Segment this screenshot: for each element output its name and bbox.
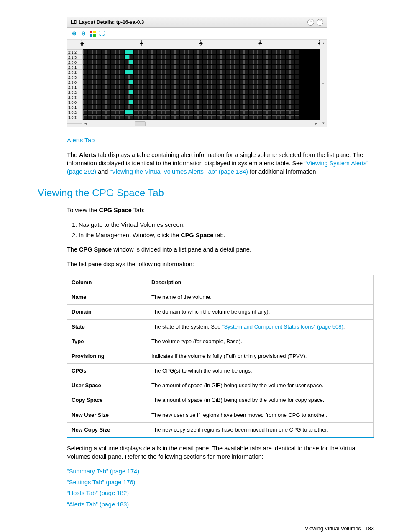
column-description: The amount of space (in GiB) being used … [147,378,374,393]
table-row: New Copy SizeThe new copy size if region… [67,422,374,437]
ld-row: 3:0:0 [67,100,320,105]
alerts-tab-paragraph: The Alerts tab displays a table containi… [67,151,374,176]
column-description: Indicates if the volume is fully (Full) … [147,349,374,363]
after-table-paragraph: Selecting a volume displays details in t… [67,444,374,461]
table-row: TypeThe volume type (for example, Base). [67,334,374,349]
zoom-in-icon[interactable]: ⊕ [71,30,77,37]
ld-row: 3:0:2 [67,110,320,115]
ld-titlebar: LD Layout Details: tp-16-sa-0.3 ˄ ˅ [67,17,327,28]
column-description: The volume type (for example, Base). [147,334,374,349]
cpg-window-desc: The CPG Space window is divided into a l… [67,245,374,254]
ld-row-label: 2:8:2 [67,69,83,75]
column-name: New User Size [67,408,147,422]
table-row: NameThe name of the volume. [67,290,374,305]
reference-link[interactable]: “Hosts Tab” (page 182) [67,490,129,496]
ld-row: 3:0:3 [67,115,320,120]
ld-row-label: 2:9:0 [67,80,83,85]
column-description: The domain to which the volume belongs (… [147,305,374,319]
collapse-down-icon[interactable]: ˅ [317,19,323,26]
ld-row-label: 3:0:0 [67,100,83,105]
ld-row-label: 3:0:2 [67,110,83,115]
ld-toolbar: ⊕ ⊖ ⛶ [67,28,327,40]
vertical-scrollbar[interactable]: ▴≡▾ [320,40,327,127]
ld-row: 2:8:2 [67,69,320,75]
ld-row-label: 2:1:3 [67,54,83,59]
ld-layout-panel: LD Layout Details: tp-16-sa-0.3 ˄ ˅ ⊕ ⊖ … [67,17,327,127]
table-row: CPGsThe CPG(s) to which the volume belon… [67,364,374,378]
color-legend-icon[interactable] [89,30,96,37]
column-description: The CPG(s) to which the volume belongs. [147,364,374,378]
ld-row-label: 2:9:1 [67,85,83,90]
column-name: User Space [67,378,147,393]
ld-row-label: 2:9:2 [67,90,83,95]
ld-row: 2:8:0 [67,59,320,64]
ruler-mark: 12 [201,40,201,47]
column-name: CPGs [67,364,147,378]
column-name: State [67,319,147,334]
ld-row: 2:9:0 [67,80,320,85]
cpg-steps: Navigate to the Virtual Volumes screen. … [67,221,374,239]
ld-row-label: 2:1:2 [67,49,83,54]
ld-row: 2:8:3 [67,75,320,80]
table-row: DomainThe domain to which the volume bel… [67,305,374,319]
column-name: Domain [67,305,147,319]
ld-row-label: 3:0:3 [67,115,83,120]
ruler-mark: 13 [260,40,261,47]
page-footer: Viewing Virtual Volumes 183 [25,525,374,532]
reference-link[interactable]: “Summary Tab” (page 174) [67,468,139,475]
ld-row: 3:0:1 [67,105,320,110]
column-description: The amount of space (in GiB) being used … [147,393,374,408]
table-row: StateThe state of the system. See “Syste… [67,319,374,334]
ld-row-label: 2:8:3 [67,75,83,80]
column-name: New Copy Size [67,422,147,437]
reference-link[interactable]: “Alerts Tab” (page 183) [67,501,129,508]
zoom-out-icon[interactable]: ⊖ [80,30,87,37]
reference-link[interactable]: “Settings Tab” (page 176) [67,479,135,486]
ld-row-label: 2:9:3 [67,95,83,100]
ld-row-label: 2:8:0 [67,59,83,64]
ruler-mark: 11 [141,40,142,47]
step-2: In the Management Window, click the CPG … [79,231,374,239]
cpg-intro: To view the CPG Space Tab: [67,206,374,214]
column-description: The name of the volume. [147,290,374,305]
column-description: The new user size if regions have been m… [147,408,374,422]
column-name: Type [67,334,147,349]
table-row: New User SizeThe new user size if region… [67,408,374,422]
column-name: Copy Space [67,393,147,408]
th-description: Description [147,275,374,290]
ld-row: 2:9:3 [67,95,320,100]
ruler-mark: 14 [320,40,320,47]
fullscreen-icon[interactable]: ⛶ [98,30,105,37]
table-row: Copy SpaceThe amount of space (in GiB) b… [67,393,374,408]
ld-row: 2:8:1 [67,64,320,69]
ld-row: 2:1:3 [67,54,320,59]
ruler-mark: 10 [82,40,82,47]
link-status-icons[interactable]: “System and Component Status Icons” (pag… [222,324,343,330]
column-description: The state of the system. See “System and… [147,319,374,334]
cpg-space-heading: Viewing the CPG Space Tab [38,186,374,200]
horizontal-scrollbar[interactable]: ◂ ▸ [67,120,320,127]
th-column: Column [67,275,147,290]
column-name: Provisioning [67,349,147,363]
column-name: Name [67,290,147,305]
ld-grid: 2:1:22:1:32:8:02:8:12:8:22:8:32:9:02:9:1… [67,49,320,120]
reference-links: “Summary Tab” (page 174)“Settings Tab” (… [67,467,374,509]
table-row: ProvisioningIndicates if the volume is f… [67,349,374,363]
alerts-tab-heading: Alerts Tab [67,136,374,144]
ld-ruler: 1011121314 [67,40,320,49]
ld-row-label: 2:8:1 [67,64,83,69]
cpg-columns-table: Column Description NameThe name of the v… [67,275,374,438]
list-pane-intro: The list pane displays the following inf… [67,260,374,268]
collapse-up-icon[interactable]: ˄ [307,19,314,26]
link-viewing-vv-alerts-tab[interactable]: “Viewing the Virtual Volumes Alerts Tab”… [110,168,248,175]
step-1: Navigate to the Virtual Volumes screen. [79,221,374,229]
ld-row: 2:9:1 [67,85,320,90]
column-description: The new copy size if regions have been m… [147,422,374,437]
ld-row: 2:9:2 [67,90,320,95]
ld-title: LD Layout Details: tp-16-sa-0.3 [71,19,144,26]
table-row: User SpaceThe amount of space (in GiB) b… [67,378,374,393]
ld-row: 2:1:2 [67,49,320,54]
ld-row-label: 3:0:1 [67,105,83,110]
